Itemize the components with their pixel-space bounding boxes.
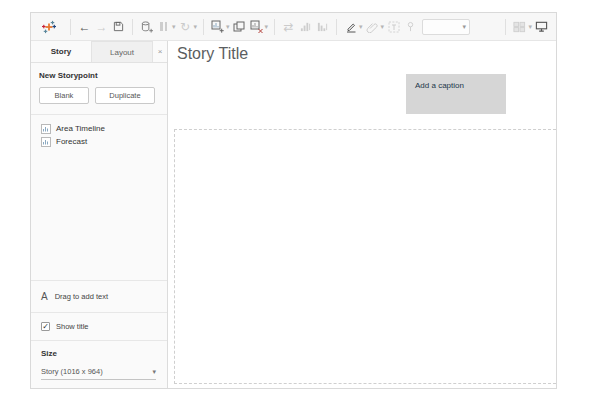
caret-down-icon[interactable]: ▾ bbox=[265, 23, 269, 31]
size-dropdown-value: Story (1016 x 964) bbox=[41, 367, 103, 376]
tableau-window: ← → ▾ ↻ ▾ ▾ ▾ ⇄ bbox=[30, 12, 557, 389]
fit-selector[interactable]: ▾ bbox=[422, 19, 470, 35]
show-title-label: Show title bbox=[56, 322, 89, 331]
sort-descending-button[interactable] bbox=[314, 17, 331, 37]
caret-down-icon: ▾ bbox=[152, 368, 156, 376]
redo-button[interactable]: → bbox=[93, 17, 110, 37]
save-button[interactable] bbox=[110, 17, 127, 37]
caret-down-icon[interactable]: ▾ bbox=[194, 23, 198, 31]
show-title-row: ✓ Show title bbox=[31, 313, 167, 340]
caret-down-icon[interactable]: ▾ bbox=[172, 23, 176, 31]
highlight-button[interactable] bbox=[342, 17, 359, 37]
tab-story[interactable]: Story bbox=[31, 41, 91, 62]
caret-down-icon[interactable]: ▾ bbox=[359, 23, 363, 31]
sheet-icon bbox=[41, 124, 51, 134]
toolbar-separator bbox=[203, 19, 204, 35]
undo-button[interactable]: ← bbox=[76, 17, 93, 37]
toolbar-separator bbox=[336, 19, 337, 35]
toolbar-separator bbox=[70, 19, 71, 35]
show-mark-labels-button[interactable] bbox=[385, 17, 402, 37]
drag-to-add-text-label: Drag to add text bbox=[55, 292, 108, 301]
text-icon: A bbox=[41, 291, 48, 302]
caret-down-icon[interactable]: ▾ bbox=[381, 23, 385, 31]
tab-layout[interactable]: Layout bbox=[91, 41, 153, 62]
close-pane-icon[interactable]: × bbox=[153, 41, 167, 62]
caret-down-icon[interactable]: ▾ bbox=[226, 23, 230, 31]
tableau-logo-icon[interactable] bbox=[37, 17, 61, 37]
size-section: Size Story (1016 x 964) ▾ bbox=[31, 341, 167, 388]
caption-placeholder: Add a caption bbox=[415, 81, 506, 90]
sheet-item-forecast[interactable]: Forecast bbox=[37, 135, 161, 148]
toolbar: ← → ▾ ↻ ▾ ▾ ▾ ⇄ bbox=[31, 13, 556, 41]
blank-button[interactable]: Blank bbox=[39, 87, 89, 104]
new-worksheet-button[interactable] bbox=[209, 17, 226, 37]
size-heading: Size bbox=[41, 349, 157, 358]
show-title-checkbox[interactable]: ✓ bbox=[41, 322, 50, 331]
pane-tabs: Story Layout × bbox=[31, 41, 167, 63]
toolbar-separator bbox=[274, 19, 275, 35]
toolbar-separator bbox=[132, 19, 133, 35]
drag-to-add-text[interactable]: A Drag to add text bbox=[31, 281, 167, 312]
sheet-label: Area Timeline bbox=[56, 124, 105, 133]
run-update-button[interactable]: ↻ bbox=[177, 17, 194, 37]
sheet-label: Forecast bbox=[56, 137, 87, 146]
story-title[interactable]: Story Title bbox=[177, 45, 248, 63]
spacer bbox=[31, 155, 167, 280]
group-members-button[interactable] bbox=[364, 17, 381, 37]
sort-ascending-button[interactable] bbox=[297, 17, 314, 37]
swap-rows-columns-button[interactable]: ⇄ bbox=[280, 17, 297, 37]
new-storypoint-heading: New Storypoint bbox=[39, 71, 159, 80]
duplicate-sheet-button[interactable] bbox=[231, 17, 248, 37]
new-data-source-button[interactable] bbox=[138, 17, 155, 37]
sheet-drop-zone[interactable]: Drag a sheet here bbox=[174, 129, 556, 384]
pause-auto-updates-button[interactable] bbox=[155, 17, 172, 37]
clear-sheet-button[interactable] bbox=[248, 17, 265, 37]
show-hide-cards-button[interactable] bbox=[511, 17, 528, 37]
toolbar-separator bbox=[505, 19, 506, 35]
caret-down-icon: ▾ bbox=[463, 23, 467, 31]
presentation-mode-button[interactable] bbox=[533, 17, 550, 37]
caret-down-icon[interactable]: ▾ bbox=[528, 23, 532, 31]
story-pane: Story Layout × New Storypoint Blank Dupl… bbox=[31, 41, 168, 388]
fix-axes-button[interactable] bbox=[402, 17, 419, 37]
size-dropdown[interactable]: Story (1016 x 964) ▾ bbox=[41, 367, 156, 380]
storypoint-caption[interactable]: Add a caption bbox=[406, 74, 506, 114]
sheet-item-area-timeline[interactable]: Area Timeline bbox=[37, 122, 161, 135]
sheet-icon bbox=[41, 137, 51, 147]
story-canvas: Story Title Add a caption Drag a sheet h… bbox=[168, 41, 556, 388]
sheet-list: Area Timeline Forecast bbox=[31, 115, 167, 155]
duplicate-button[interactable]: Duplicate bbox=[95, 87, 155, 104]
